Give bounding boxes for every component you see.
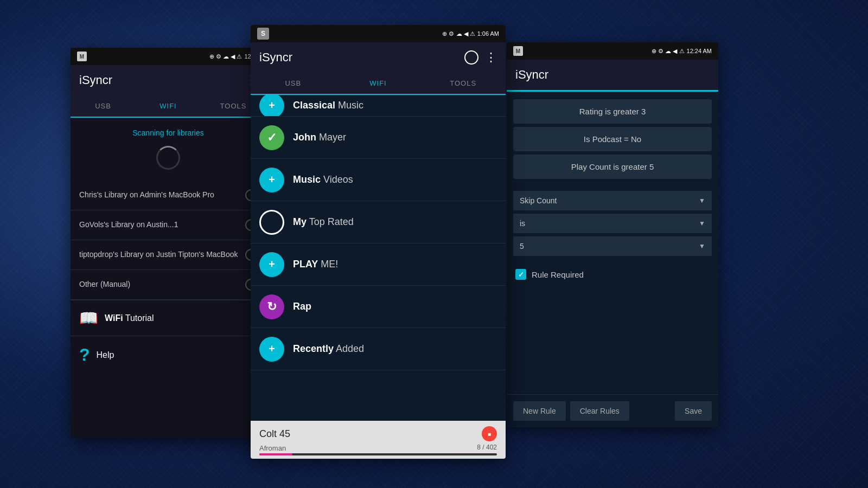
help-text: Help (97, 350, 114, 360)
playlist-item-0[interactable]: + Classical Music (251, 95, 506, 117)
track-title: Colt 45 (259, 428, 290, 440)
tab-wifi-center[interactable]: WIFI (336, 73, 421, 94)
rule-item-2[interactable]: Play Count is greater 5 (513, 155, 712, 179)
dropdown-skip-count[interactable]: Skip Count ▼ (513, 191, 712, 210)
playlist-icon-1: ✓ (259, 125, 284, 150)
playlist-name-6: Recently Added (293, 343, 364, 355)
mail-icon-right: M (513, 46, 523, 56)
app-title-left: iSyncr (79, 73, 112, 87)
playlist-icon-2: + (259, 168, 284, 192)
loading-spinner (156, 146, 180, 170)
playlist-item-6[interactable]: + Recently Added (251, 328, 506, 370)
status-bar-left: M ⊕ ⚙ ☁ ◀ ⚠ 12:49 (71, 48, 266, 65)
help-icon: ? (79, 345, 90, 365)
track-progress: 8 / 402 (477, 444, 497, 451)
rule-item-1[interactable]: Is Podcast = No (513, 127, 712, 151)
screen-left: M ⊕ ⚙ ☁ ◀ ⚠ 12:49 iSyncr ⋮ USB WIFI TOOL… (71, 48, 266, 438)
playlist-name-1: John Mayer (293, 132, 346, 143)
library-item-text-0: Chris's Library on Admin's MacBook Pro (79, 190, 214, 201)
library-item-text-3: Other (Manual) (79, 279, 130, 290)
progress-bar-fill (259, 453, 292, 455)
library-item-0[interactable]: Chris's Library on Admin's MacBook Pro (71, 181, 266, 210)
playlist-icon-0: + (259, 95, 284, 117)
new-rule-button[interactable]: New Rule (513, 401, 566, 421)
library-item-text-1: GoVols's Library on Austin...1 (79, 220, 178, 230)
library-item-text-2: tiptopdrop's Library on Justin Tipton's … (79, 249, 238, 260)
library-item-3[interactable]: Other (Manual) (71, 270, 266, 300)
playlist-icon-4: + (259, 252, 284, 277)
app-header-center: iSyncr ⋮ (251, 42, 506, 73)
progress-bar (259, 453, 497, 455)
playlist-list: + Classical Music ✓ John Mayer + Music V… (251, 95, 506, 370)
playlist-name-2: Music Videos (293, 174, 353, 185)
rule-dropdown-section: Skip Count ▼ is ▼ 5 ▼ (507, 187, 718, 264)
help-section[interactable]: ? Help (71, 336, 266, 374)
tab-usb-left[interactable]: USB (71, 95, 136, 117)
status-bar-center: S ⊕ ⚙ ☁ ◀ ⚠ 1:06 AM (251, 25, 506, 42)
playlist-name-4: PLAY ME! (293, 259, 338, 270)
screen-center: S ⊕ ⚙ ☁ ◀ ⚠ 1:06 AM iSyncr ⋮ USB WIFI TO… (251, 25, 506, 459)
playlist-name-5: Rap (293, 301, 311, 312)
playlist-item-4[interactable]: + PLAY ME! (251, 243, 506, 286)
app-title-center: iSyncr (259, 50, 292, 65)
playlist-item-3[interactable]: My Top Rated (251, 201, 506, 243)
circle-icon (464, 50, 478, 65)
playlist-name-0: Classical Music (293, 100, 363, 111)
wifi-tutorial-text: WiFi Tutorial (105, 313, 154, 323)
app-header-right: iSyncr (507, 60, 718, 90)
rule-required-label: Rule Required (532, 270, 584, 279)
library-list: Chris's Library on Admin's MacBook Pro G… (71, 181, 266, 300)
stop-button[interactable] (482, 426, 497, 441)
status-icons-right: ⊕ ⚙ ☁ ◀ ⚠ 12:24 AM (652, 48, 712, 55)
playlist-icon-3 (259, 210, 284, 235)
now-playing-bar: Colt 45 Afroman 8 / 402 (251, 421, 506, 459)
playlist-icon-6: + (259, 337, 284, 362)
rule-required-row[interactable]: ✓ Rule Required (507, 264, 718, 285)
more-icon-center[interactable]: ⋮ (485, 50, 497, 65)
wifi-tutorial-section[interactable]: 📖 WiFi Tutorial (71, 300, 266, 336)
chevron-down-icon-2: ▼ (699, 220, 705, 227)
rule-required-checkbox[interactable]: ✓ (515, 269, 526, 280)
playlist-name-3: My Top Rated (293, 216, 354, 228)
s-app-icon: S (257, 28, 269, 40)
header-icons-center: ⋮ (464, 50, 497, 65)
playlist-item-2[interactable]: + Music Videos (251, 159, 506, 201)
tab-bar-center: USB WIFI TOOLS (251, 73, 506, 95)
library-item-1[interactable]: GoVols's Library on Austin...1 (71, 210, 266, 240)
book-icon: 📖 (79, 309, 98, 327)
rule-item-0[interactable]: Rating is greater 3 (513, 99, 712, 124)
track-artist: Afroman (259, 444, 286, 452)
status-bar-right: M ⊕ ⚙ ☁ ◀ ⚠ 12:24 AM (507, 42, 718, 60)
library-item-2[interactable]: tiptopdrop's Library on Justin Tipton's … (71, 240, 266, 270)
app-header-left: iSyncr ⋮ (71, 65, 266, 95)
chevron-down-icon-1: ▼ (699, 197, 705, 204)
chevron-down-icon-3: ▼ (699, 242, 705, 250)
playlist-item-5[interactable]: ↻ Rap (251, 286, 506, 328)
save-button[interactable]: Save (675, 401, 712, 421)
dropdown-is[interactable]: is ▼ (513, 214, 712, 233)
tab-usb-center[interactable]: USB (251, 73, 336, 94)
app-title-right: iSyncr (515, 68, 548, 82)
scanning-text: Scanning for libraries (81, 129, 255, 137)
bottom-buttons: New Rule Clear Rules Save (507, 394, 718, 427)
screen-right: M ⊕ ⚙ ☁ ◀ ⚠ 12:24 AM iSyncr Rating is gr… (507, 42, 718, 427)
tab-bar-left: USB WIFI TOOLS (71, 95, 266, 118)
playlist-icon-5: ↻ (259, 294, 284, 319)
mail-icon: M (77, 52, 87, 61)
clear-rules-button[interactable]: Clear Rules (570, 401, 629, 421)
scanning-section: Scanning for libraries (71, 118, 266, 181)
rule-list: Rating is greater 3 Is Podcast = No Play… (507, 92, 718, 187)
status-icons-center: ⊕ ⚙ ☁ ◀ ⚠ 1:06 AM (442, 30, 499, 37)
tab-tools-center[interactable]: TOOLS (420, 73, 506, 94)
playlist-item-1[interactable]: ✓ John Mayer (251, 117, 506, 159)
tab-wifi-left[interactable]: WIFI (136, 95, 201, 117)
dropdown-value[interactable]: 5 ▼ (513, 236, 712, 256)
